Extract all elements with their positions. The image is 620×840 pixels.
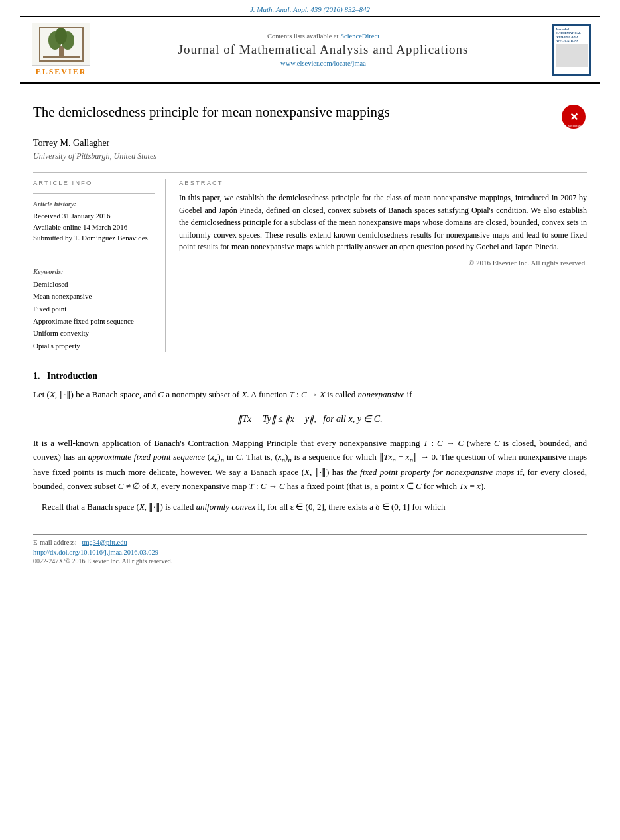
contents-label: Contents lists available at (267, 33, 340, 40)
history-label: Article history: (33, 200, 155, 208)
abstract-copyright: © 2016 Elsevier Inc. All rights reserved… (179, 259, 587, 267)
keyword-2: Mean nonexpansive (33, 290, 155, 303)
journal-title-header: Journal of Mathematical Analysis and App… (101, 42, 546, 57)
info-abstract-columns: ARTICLE INFO Article history: Received 3… (33, 179, 587, 352)
section-1-heading: 1. Introduction (33, 371, 587, 382)
keywords-list: Demiclosed Mean nonexpansive Fixed point… (33, 278, 155, 352)
footer-divider (33, 534, 587, 535)
received-date: Received 31 January 2016 (33, 210, 155, 222)
keywords-label: Keywords: (33, 268, 155, 275)
journal-url[interactable]: www.elsevier.com/locate/jmaa (101, 60, 546, 67)
journal-center: Contents lists available at ScienceDirec… (101, 33, 546, 67)
info-divider (33, 193, 155, 194)
svg-text:CrossMark: CrossMark (566, 124, 582, 128)
intro-para-2: It is a well-known application of Banach… (33, 437, 587, 493)
abstract-column: ABSTRACT In this paper, we establish the… (179, 179, 587, 352)
author-affiliation: University of Pittsburgh, United States (33, 151, 587, 161)
cover-thumbnail: Journal ofMATHEMATICALANALYSIS ANDAPPLIC… (552, 24, 591, 76)
article-info-title: ARTICLE INFO (33, 179, 155, 186)
elsevier-tree-svg (36, 26, 86, 62)
crossmark-icon[interactable]: ✕ CrossMark (560, 104, 587, 130)
math-display-1: ‖Tx − Ty‖ ≤ ‖x − y‖, for all x, y ∈ C. (33, 413, 587, 425)
author-name: Torrey M. Gallagher (33, 138, 587, 149)
cover-inner: Journal ofMATHEMATICALANALYSIS ANDAPPLIC… (554, 26, 589, 74)
elsevier-brand-text: ELSEVIER (36, 67, 87, 77)
email-footnote: E-mail address: tmg34@pitt.edu (33, 539, 587, 546)
submitted-by: Submitted by T. Domínguez Benavides (33, 232, 155, 244)
svg-text:✕: ✕ (570, 111, 578, 123)
content-area: The demiclosedness principle for mean no… (0, 84, 620, 578)
article-info-column: ARTICLE INFO Article history: Received 3… (33, 179, 166, 352)
article-title-text: The demiclosedness principle for mean no… (33, 104, 554, 121)
sciencedirect-link[interactable]: ScienceDirect (340, 33, 379, 40)
keywords-divider (33, 261, 155, 261)
keyword-4: Approximate fixed point sequence (33, 315, 155, 328)
abstract-text: In this paper, we establish the demiclos… (179, 192, 587, 253)
doi-text[interactable]: http://dx.doi.org/10.1016/j.jmaa.2016.03… (33, 549, 158, 556)
journal-ref-text: J. Math. Anal. Appl. 439 (2016) 832–842 (250, 5, 370, 13)
email-label: E-mail address: (33, 539, 77, 546)
page: J. Math. Anal. Appl. 439 (2016) 832–842 … (0, 0, 620, 840)
abstract-title: ABSTRACT (179, 179, 587, 186)
elsevier-logo: ELSEVIER (28, 23, 94, 77)
header-divider (33, 172, 587, 173)
section-1-title: Introduction (47, 371, 97, 381)
available-date: Available online 14 March 2016 (33, 222, 155, 233)
keyword-1: Demiclosed (33, 278, 155, 291)
journal-reference: J. Math. Anal. Appl. 439 (2016) 832–842 (0, 0, 620, 16)
elsevier-tree-icon (32, 23, 90, 66)
svg-point-3 (55, 27, 67, 44)
sciencedirect-line: Contents lists available at ScienceDirec… (101, 33, 546, 40)
doi-line[interactable]: http://dx.doi.org/10.1016/j.jmaa.2016.03… (33, 549, 587, 556)
section-1-number: 1. (33, 371, 40, 381)
keyword-6: Opial's property (33, 340, 155, 352)
intro-para-1: Let (X, ‖·‖) be a Banach space, and C a … (33, 388, 587, 402)
intro-para-3: Recall that a Banach space (X, ‖·‖) is c… (33, 500, 587, 514)
journal-cover-image: Journal ofMATHEMATICALANALYSIS ANDAPPLIC… (552, 24, 592, 76)
keyword-3: Fixed point (33, 303, 155, 315)
email-link[interactable]: tmg34@pitt.edu (82, 539, 127, 546)
footer-copyright: 0022-247X/© 2016 Elsevier Inc. All right… (33, 557, 587, 565)
article-title-row: The demiclosedness principle for mean no… (33, 104, 587, 130)
journal-header: ELSEVIER Contents lists available at Sci… (20, 16, 600, 84)
keyword-5: Uniform convexity (33, 327, 155, 340)
svg-rect-4 (43, 56, 80, 58)
